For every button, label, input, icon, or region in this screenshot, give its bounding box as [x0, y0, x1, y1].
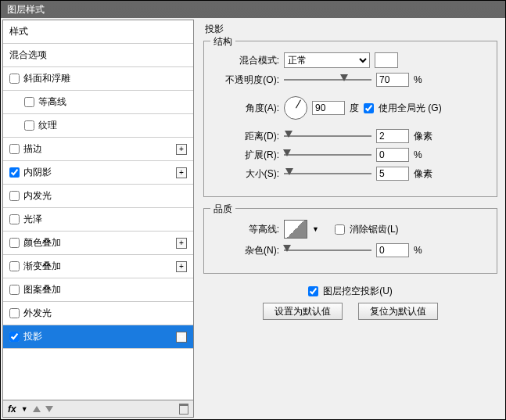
left-column: 样式 混合选项 斜面和浮雕等高线纹理描边+内阴影+内发光光泽颜色叠加+渐变叠加+… [2, 20, 194, 418]
trash-icon[interactable] [179, 404, 188, 415]
distance-input[interactable] [376, 129, 409, 143]
distance-slider[interactable] [284, 130, 371, 142]
style-label: 图案叠加 [23, 283, 187, 296]
style-checkbox[interactable] [9, 144, 20, 154]
style-label: 投影 [23, 330, 172, 343]
fx-menu[interactable]: fx [8, 404, 16, 415]
structure-legend: 结构 [210, 35, 235, 48]
knockout-checkbox[interactable] [308, 286, 318, 296]
styles-header[interactable]: 样式 [3, 20, 193, 44]
style-checkbox[interactable] [9, 285, 20, 295]
style-item-5[interactable]: 内发光 [3, 185, 193, 208]
size-input[interactable] [376, 167, 409, 181]
options-panel: 投影 结构 混合模式: 正常 不透明度(O): % 角度(A): [197, 20, 504, 418]
quality-legend: 品质 [210, 203, 235, 216]
style-label: 纹理 [38, 119, 187, 132]
shadow-color-swatch[interactable] [375, 52, 398, 68]
style-checkbox[interactable] [9, 308, 20, 318]
style-item-6[interactable]: 光泽 [3, 208, 193, 232]
style-checkbox[interactable] [9, 167, 20, 178]
style-label: 内阴影 [23, 166, 172, 179]
move-up-icon[interactable] [33, 406, 41, 412]
reset-default-button[interactable]: 复位为默认值 [358, 303, 438, 320]
move-down-icon[interactable] [45, 406, 53, 412]
noise-input[interactable] [376, 243, 409, 257]
style-label: 渐变叠加 [23, 260, 172, 273]
style-label: 光泽 [23, 213, 187, 226]
antialias-checkbox[interactable] [335, 224, 345, 235]
window-title: 图层样式 [7, 4, 45, 15]
panel-title: 投影 [205, 23, 496, 36]
blend-mode-label: 混合模式: [212, 54, 279, 67]
style-label: 等高线 [38, 95, 187, 109]
style-label: 内发光 [23, 189, 187, 203]
styles-footer: fx▼ [2, 400, 194, 418]
style-checkbox[interactable] [24, 120, 34, 131]
style-checkbox[interactable] [9, 261, 20, 271]
angle-input[interactable] [312, 101, 345, 115]
angle-dial[interactable] [284, 96, 307, 120]
style-checkbox[interactable] [9, 191, 20, 201]
style-item-0[interactable]: 斜面和浮雕 [3, 67, 193, 91]
global-light-checkbox[interactable] [364, 103, 374, 113]
angle-label: 角度(A): [212, 102, 279, 115]
structure-group: 结构 混合模式: 正常 不透明度(O): % 角度(A): 度 [203, 41, 497, 197]
quality-group: 品质 等高线: ▼ 消除锯齿(L) 杂色(N): % [203, 208, 497, 274]
distance-label: 距离(D): [212, 130, 279, 143]
style-label: 颜色叠加 [23, 236, 172, 249]
style-item-4[interactable]: 内阴影+ [3, 161, 193, 185]
style-item-2[interactable]: 纹理 [3, 114, 193, 138]
style-label: 斜面和浮雕 [23, 72, 187, 85]
add-effect-icon[interactable]: + [176, 261, 187, 272]
style-label: 外发光 [23, 307, 187, 320]
opacity-unit: % [414, 74, 422, 85]
style-item-11[interactable]: 投影+ [3, 325, 193, 349]
contour-chevron-icon[interactable]: ▼ [312, 225, 319, 233]
angle-unit: 度 [350, 102, 359, 115]
knockout-label: 图层挖空投影(U) [323, 285, 393, 298]
style-item-1[interactable]: 等高线 [3, 91, 193, 114]
contour-label: 等高线: [212, 223, 279, 236]
size-slider[interactable] [284, 167, 371, 180]
add-effect-icon[interactable]: + [176, 238, 187, 249]
blend-options-header[interactable]: 混合选项 [3, 44, 193, 67]
add-effect-icon[interactable]: + [176, 167, 187, 178]
opacity-input[interactable] [376, 73, 409, 87]
blend-mode-select[interactable]: 正常 [284, 52, 370, 68]
add-effect-icon[interactable]: + [176, 332, 187, 343]
style-checkbox[interactable] [9, 74, 20, 84]
size-unit: 像素 [414, 167, 432, 181]
fx-chevron-icon[interactable]: ▼ [21, 405, 28, 413]
add-effect-icon[interactable]: + [176, 144, 187, 155]
set-default-button[interactable]: 设置为默认值 [263, 303, 343, 320]
style-checkbox[interactable] [24, 97, 34, 107]
style-item-8[interactable]: 渐变叠加+ [3, 255, 193, 278]
size-label: 大小(S): [212, 167, 279, 181]
spread-input[interactable] [376, 148, 409, 162]
opacity-slider[interactable] [284, 74, 371, 86]
style-checkbox[interactable] [9, 238, 20, 248]
spread-unit: % [414, 149, 422, 160]
dialog-body: 样式 混合选项 斜面和浮雕等高线纹理描边+内阴影+内发光光泽颜色叠加+渐变叠加+… [1, 18, 505, 419]
style-item-10[interactable]: 外发光 [3, 302, 193, 325]
noise-slider[interactable] [284, 244, 371, 257]
style-item-3[interactable]: 描边+ [3, 138, 193, 161]
spread-label: 扩展(R): [212, 149, 279, 162]
style-label: 描边 [23, 142, 172, 156]
spread-slider[interactable] [284, 149, 371, 161]
style-item-9[interactable]: 图案叠加 [3, 278, 193, 302]
noise-unit: % [414, 245, 422, 256]
opacity-label: 不透明度(O): [212, 74, 279, 87]
style-checkbox[interactable] [9, 332, 20, 342]
antialias-label: 消除锯齿(L) [350, 223, 399, 236]
styles-list: 样式 混合选项 斜面和浮雕等高线纹理描边+内阴影+内发光光泽颜色叠加+渐变叠加+… [2, 20, 194, 400]
style-item-7[interactable]: 颜色叠加+ [3, 232, 193, 255]
style-checkbox[interactable] [9, 214, 20, 224]
distance-unit: 像素 [414, 130, 432, 143]
global-light-label: 使用全局光 (G) [379, 102, 442, 115]
layer-style-dialog: 图层样式 样式 混合选项 斜面和浮雕等高线纹理描边+内阴影+内发光光泽颜色叠加+… [0, 0, 506, 420]
titlebar[interactable]: 图层样式 [1, 1, 505, 18]
contour-picker[interactable] [284, 220, 307, 239]
noise-label: 杂色(N): [212, 244, 279, 257]
